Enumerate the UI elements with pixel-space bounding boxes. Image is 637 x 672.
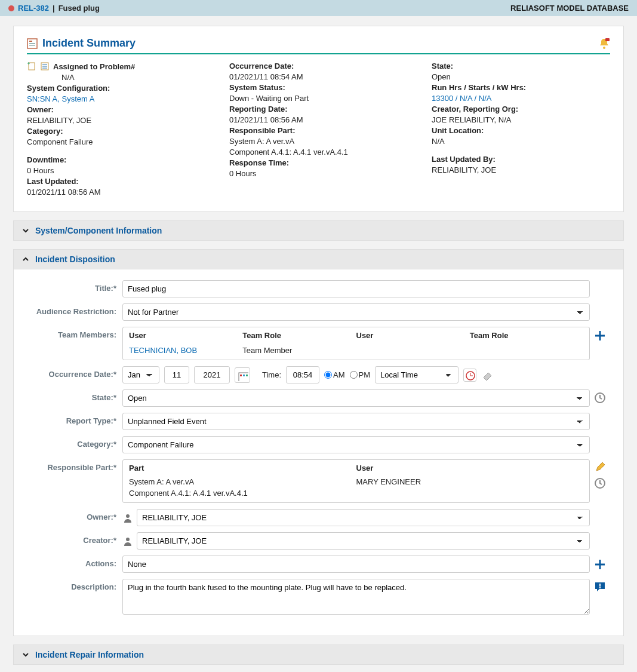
am-radio[interactable]: AM [324, 370, 345, 379]
run-hrs-link[interactable]: 13300 / N/A / N/A [432, 94, 610, 103]
history-icon[interactable] [594, 477, 606, 489]
actions-input[interactable] [122, 556, 590, 573]
responsible-part-table: PartUser System A: A ver.vAMARY ENGINEER… [122, 459, 590, 503]
disposition-body: Title: Audience Restriction: Not for Par… [13, 269, 624, 636]
app-name: RELIASOFT MODEL DATABASE [510, 4, 629, 13]
svg-rect-17 [243, 375, 245, 376]
accordion-system-info[interactable]: System/Component Information [13, 220, 624, 241]
svg-rect-1 [29, 41, 32, 42]
record-title: Fused plug [59, 4, 100, 13]
chevron-down-icon [22, 227, 29, 234]
svg-rect-2 [29, 43, 35, 44]
owner-select[interactable]: RELIABILITY, JOE [137, 509, 590, 526]
incident-summary-card: Incident Summary Assigned to Problem# N/… [13, 26, 624, 212]
clock-icon[interactable] [463, 369, 476, 382]
summary-grid: Assigned to Problem# N/A System Configur… [27, 62, 610, 198]
category-select[interactable]: Component Failure [122, 436, 590, 453]
record-code[interactable]: REL-382 [18, 4, 49, 13]
bell-icon[interactable] [598, 38, 610, 50]
svg-rect-30 [599, 587, 601, 588]
svg-point-25 [126, 514, 130, 518]
chevron-down-icon [22, 651, 29, 658]
title-input[interactable] [122, 280, 590, 297]
label-team: Team Members: [27, 327, 122, 339]
label-category: Category: [27, 436, 122, 449]
summary-heading: Incident Summary [42, 37, 136, 50]
edit-icon[interactable] [595, 462, 605, 472]
comment-alert-icon[interactable] [594, 581, 606, 593]
svg-rect-16 [240, 375, 242, 376]
person-icon [122, 536, 133, 547]
audience-select[interactable]: Not for Partner [122, 303, 590, 321]
accordion-disposition[interactable]: Incident Disposition [13, 249, 624, 269]
svg-rect-29 [599, 584, 601, 587]
timezone-select[interactable]: Local Time [375, 366, 458, 383]
label-report: Report Type: [27, 413, 122, 425]
accordion-repair-info[interactable]: Incident Repair Information [13, 645, 624, 665]
team-user-link[interactable]: TECHNICIAN, BOB [129, 346, 242, 355]
label-description: Description: [27, 579, 122, 591]
label-audience: Audience Restriction: [27, 303, 122, 316]
system-config-link[interactable]: SN:SN A, System A [27, 94, 205, 103]
team-members-table: User Team Role User Team Role TECHNICIAN… [122, 327, 590, 360]
description-textarea[interactable] [122, 579, 590, 615]
topbar: REL-382 | Fused plug RELIASOFT MODEL DAT… [0, 0, 637, 16]
time-input[interactable] [286, 366, 319, 383]
calendar-icon[interactable] [235, 367, 250, 383]
report-type-select[interactable]: Unplanned Field Event [122, 413, 590, 430]
day-input[interactable] [164, 366, 189, 383]
history-icon[interactable] [594, 392, 606, 404]
creator-select[interactable]: RELIABILITY, JOE [137, 532, 590, 550]
label-part: Responsible Part: [27, 459, 122, 472]
person-icon [122, 513, 133, 523]
label-owner: Owner: [27, 509, 122, 521]
assign-new-icon[interactable] [27, 62, 36, 71]
svg-rect-5 [605, 38, 610, 41]
svg-marker-22 [484, 373, 491, 381]
eraser-icon[interactable] [481, 369, 493, 381]
svg-point-26 [126, 538, 130, 541]
svg-rect-6 [29, 63, 35, 70]
svg-rect-15 [239, 373, 250, 382]
svg-rect-3 [29, 45, 35, 46]
label-occdate: Occurrence Date: [27, 366, 122, 379]
year-input[interactable] [194, 366, 230, 383]
chevron-up-icon [22, 256, 29, 263]
label-title: Title: [27, 280, 122, 293]
topbar-left: REL-382 | Fused plug [8, 4, 100, 13]
svg-rect-18 [246, 375, 248, 376]
status-dot-icon [8, 5, 14, 11]
label-state: State: [27, 389, 122, 402]
month-select[interactable]: Jan [122, 366, 159, 383]
state-select[interactable]: Open [122, 389, 590, 407]
label-actions: Actions: [27, 556, 122, 568]
pm-radio[interactable]: PM [350, 370, 371, 379]
add-team-member-icon[interactable] [593, 329, 607, 342]
svg-point-4 [603, 47, 605, 49]
label-creator: Creator: [27, 532, 122, 545]
summary-icon [27, 38, 38, 49]
table-row: TECHNICIAN, BOB Team Member [123, 343, 589, 360]
assign-list-icon[interactable] [40, 62, 50, 71]
add-action-icon[interactable] [593, 558, 607, 571]
